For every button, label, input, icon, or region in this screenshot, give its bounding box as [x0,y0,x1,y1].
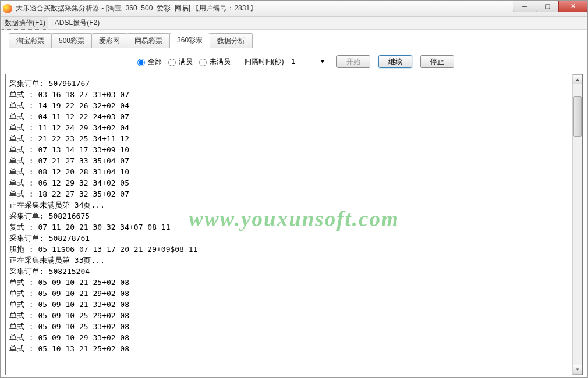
tab-analysis[interactable]: 数据分析 [210,33,253,48]
dropdown-arrow-icon: ▼ [320,59,325,65]
vertical-scrollbar[interactable]: ▲ ▼ [572,74,582,375]
radio-notfull-input[interactable] [199,59,207,66]
scroll-thumb[interactable] [573,96,582,137]
window-controls: ─ ▢ ✕ [513,1,587,12]
scroll-track[interactable] [573,84,582,365]
client-area: 淘宝彩票 500彩票 爱彩网 网易彩票 360彩票 数据分析 全部 满员 未满员… [1,30,587,378]
interval-label: 间隔时间(秒) [245,57,284,67]
interval-select[interactable]: 1 ▼ [288,56,328,67]
stop-button[interactable]: 停止 [420,55,454,68]
log-text[interactable]: 采集订单: 507961767 单式 : 03 16 18 27 31+03 0… [6,74,582,375]
radio-full-input[interactable] [168,59,176,66]
interval-value: 1 [292,58,296,66]
continue-button[interactable]: 继续 [378,55,412,68]
radio-notfull[interactable]: 未满员 [196,57,231,67]
scroll-down-icon[interactable]: ▼ [573,365,582,375]
tab-netease[interactable]: 网易彩票 [127,33,170,48]
radio-full[interactable]: 满员 [165,57,193,67]
menubar: 数据操作(F1) | ADSL拨号(F2) [1,17,587,30]
minimize-button[interactable]: ─ [513,1,536,12]
radio-all-input[interactable] [137,59,145,66]
close-button[interactable]: ✕ [558,1,587,12]
tabstrip: 淘宝彩票 500彩票 爱彩网 网易彩票 360彩票 数据分析 [4,33,584,48]
window-title: 大乐透合买数据采集分析器 - [淘宝_360_500_爱彩_网易] 【用户编号：… [16,3,257,13]
titlebar: 大乐透合买数据采集分析器 - [淘宝_360_500_爱彩_网易] 【用户编号：… [1,1,587,17]
maximize-button[interactable]: ▢ [536,1,559,12]
log-panel: 采集订单: 507961767 单式 : 03 16 18 27 31+03 0… [5,74,583,375]
tab-taobao[interactable]: 淘宝彩票 [9,33,52,48]
menu-data-ops[interactable]: 数据操作(F1) [2,16,48,30]
tab-360[interactable]: 360彩票 [169,33,210,48]
controls-row: 全部 满员 未满员 间隔时间(秒) 1 ▼ 开始 继续 停止 [4,48,584,74]
menu-adsl[interactable]: | ADSL拨号(F2) [48,16,102,30]
tab-500[interactable]: 500彩票 [51,33,92,48]
app-icon [3,4,12,13]
tab-aicai[interactable]: 爱彩网 [91,33,127,48]
scroll-up-icon[interactable]: ▲ [573,74,582,84]
radio-all[interactable]: 全部 [134,57,162,67]
start-button[interactable]: 开始 [336,55,370,68]
